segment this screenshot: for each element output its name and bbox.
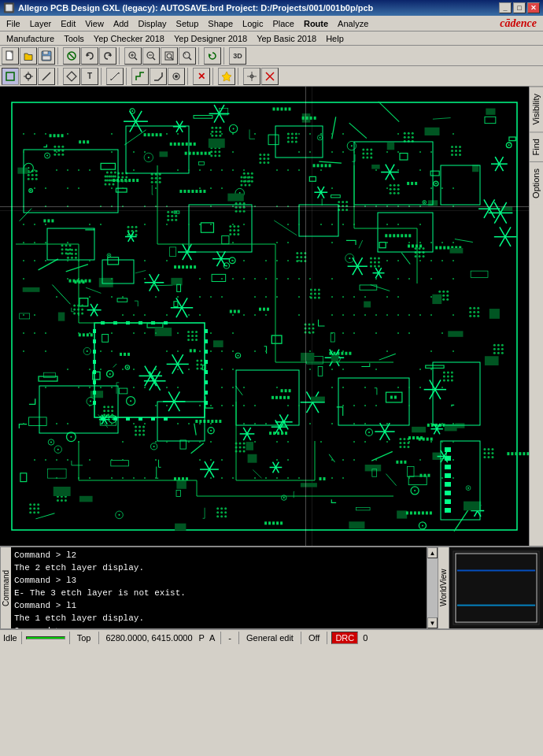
menu-analyze[interactable]: Analyze — [333, 17, 373, 30]
sep6 — [101, 68, 104, 85]
off-status: Off — [305, 633, 323, 643]
route-connect-button[interactable] — [131, 68, 149, 85]
minimize-button[interactable]: _ — [499, 2, 512, 13]
svg-marker-7 — [87, 54, 90, 57]
svg-point-34 — [175, 75, 178, 78]
close-button[interactable]: ✕ — [527, 2, 540, 13]
menu-edit[interactable]: Edit — [56, 17, 80, 30]
menu-layer[interactable]: Layer — [25, 17, 57, 30]
refresh-button[interactable] — [204, 47, 221, 65]
log-line-1: Command > l2 — [14, 549, 423, 561]
line-select-button[interactable] — [38, 68, 55, 85]
zoom-previous-button[interactable] — [179, 47, 196, 65]
dehilight-button[interactable] — [261, 68, 279, 85]
log-line-5: Command > l1 — [14, 599, 423, 612]
mode-status: General edit — [243, 633, 297, 643]
status-bar: Idle Top 6280.0000, 6415.0000 P A - Gene… — [0, 628, 543, 646]
menu-tools[interactable]: Tools — [59, 32, 89, 45]
menu-yep-checker[interactable]: Yep Checker 2018 — [89, 32, 169, 45]
3d-button[interactable]: 3D — [229, 47, 246, 65]
svg-marker-35 — [222, 72, 231, 81]
svg-rect-3 — [43, 51, 48, 54]
menu-route[interactable]: Route — [299, 17, 333, 30]
worldview-canvas[interactable] — [449, 547, 543, 628]
zoom-fit-button[interactable] — [161, 47, 178, 65]
zoom-in-button[interactable] — [124, 47, 142, 65]
visibility-tab[interactable]: Visibility — [530, 87, 543, 132]
menu-yep-basic[interactable]: Yep Basic 2018 — [252, 32, 321, 45]
scroll-up-button[interactable]: ▲ — [427, 547, 438, 558]
route-45-button[interactable] — [150, 68, 167, 85]
green-indicator — [26, 636, 65, 639]
status-sep-3 — [98, 632, 99, 644]
menu-bar: File Layer Edit View Add Display Setup S… — [0, 16, 543, 32]
svg-rect-22 — [6, 72, 14, 80]
sep2 — [119, 47, 122, 65]
hilight-button[interactable] — [218, 68, 235, 85]
maximize-button[interactable]: □ — [513, 2, 526, 13]
find-tab[interactable]: Find — [530, 132, 543, 161]
drc-indicator: DRC — [331, 632, 358, 644]
log-line-7: Command > — [14, 624, 423, 628]
title-text: 🔲 Allegro PCB Design GXL (legacy): AUTOS… — [3, 2, 373, 13]
select-button[interactable] — [2, 68, 19, 85]
add-connect-button[interactable] — [63, 47, 80, 65]
status-sep-6 — [301, 632, 301, 644]
zoom-out-button[interactable] — [142, 47, 160, 65]
menu-display[interactable]: Display — [133, 17, 171, 30]
sep1 — [57, 47, 61, 65]
svg-line-20 — [189, 57, 191, 60]
worldview-panel — [449, 547, 543, 628]
measure-button[interactable] — [106, 68, 124, 85]
shape-button[interactable] — [63, 68, 80, 85]
text-button[interactable]: T — [81, 68, 98, 85]
menu-place[interactable]: Place — [268, 17, 299, 30]
menu-bar-2: Manufacture Tools Yep Checker 2018 Yep D… — [0, 32, 543, 46]
log-line-2: The 2 etch layer display. — [14, 561, 423, 574]
window-controls: _ □ ✕ — [499, 2, 540, 13]
menu-shape[interactable]: Shape — [203, 17, 238, 30]
status-sep-4 — [220, 632, 221, 644]
bottom-area: Command Command > l2 The 2 etch layer di… — [0, 546, 543, 628]
status-sep-2 — [69, 632, 70, 644]
menu-view[interactable]: View — [80, 17, 109, 30]
undo-button[interactable] — [81, 47, 98, 65]
title-bar: 🔲 Allegro PCB Design GXL (legacy): AUTOS… — [0, 0, 543, 16]
a-flag: A — [208, 633, 216, 643]
menu-file[interactable]: File — [2, 17, 25, 30]
pcb-canvas-area[interactable] — [0, 87, 529, 546]
scroll-track — [427, 558, 438, 617]
pcb-canvas[interactable] — [0, 87, 529, 546]
options-tab[interactable]: Options — [530, 161, 543, 205]
sep9 — [212, 68, 216, 85]
log-line-4: E- The 3 etch layer is not exist. — [14, 587, 423, 599]
point-select-button[interactable] — [20, 68, 37, 85]
scroll-down-button[interactable]: ▼ — [427, 617, 438, 628]
sep10 — [238, 68, 241, 85]
delete-button[interactable]: ✕ — [193, 68, 210, 85]
coordinates-status: 6280.0000, 6415.0000 — [103, 633, 196, 643]
drc-count: 0 — [360, 633, 371, 643]
save-button[interactable] — [38, 47, 55, 65]
log-line-3: Command > l3 — [14, 574, 423, 587]
toolbar-1: 3D — [0, 46, 543, 66]
menu-add[interactable]: Add — [109, 17, 134, 30]
svg-line-28 — [42, 72, 50, 80]
snap-button[interactable] — [243, 68, 260, 85]
svg-marker-8 — [108, 54, 111, 57]
menu-manufacture[interactable]: Manufacture — [2, 32, 59, 45]
menu-logic[interactable]: Logic — [238, 17, 268, 30]
menu-help[interactable]: Help — [321, 32, 349, 45]
svg-point-23 — [26, 74, 31, 79]
new-button[interactable] — [2, 47, 19, 65]
log-scrollbar[interactable]: ▲ ▼ — [427, 547, 438, 628]
app-icon: 🔲 — [3, 2, 15, 13]
sep5 — [57, 68, 61, 85]
menu-yep-designer[interactable]: Yep Designer 2018 — [169, 32, 252, 45]
redo-button[interactable] — [99, 47, 116, 65]
svg-rect-4 — [42, 56, 50, 60]
log-panel[interactable]: Command > l2 The 2 etch layer display. C… — [11, 547, 427, 628]
open-button[interactable] — [20, 47, 37, 65]
via-button[interactable] — [168, 68, 185, 85]
menu-setup[interactable]: Setup — [172, 17, 204, 30]
